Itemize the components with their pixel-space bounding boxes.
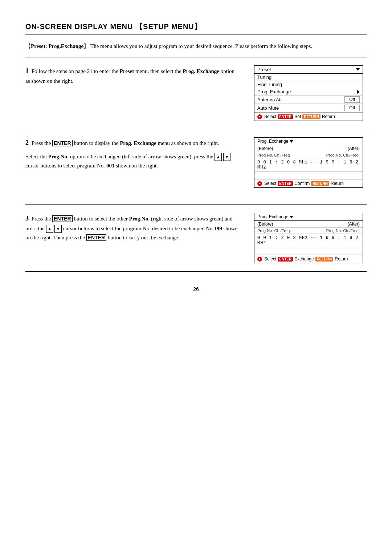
bracket-open: 【: [25, 43, 31, 49]
section-2-ui: Prog. Exchange (Before) (After) Prog.No.…: [254, 137, 367, 188]
prog-footer-select-2: Select: [264, 256, 276, 262]
prog-data-text-2: 0 0 1 : 2 0 8 MHz ←→ 1 9 9 : 1 9 2 MHz: [257, 235, 359, 246]
prog-footer-exchange: Exchange: [294, 256, 314, 262]
s2-t2: button to display the: [73, 140, 120, 146]
menu-item-auto-mute: Auto Mute Off: [254, 104, 363, 112]
section-3-ui: Prog. Exchange (Before) (After) Prog.No.…: [254, 213, 367, 263]
menu-header: Preset: [254, 66, 363, 74]
step-2-number: 2: [25, 139, 29, 146]
s2-t1: Press the: [32, 140, 53, 146]
sub-right-1: Prog.No. Ch./Freq.: [309, 153, 360, 157]
prog-return-btn-2: RETURN: [315, 257, 334, 262]
prog-header-2: Prog. Exchange: [254, 213, 363, 221]
menu-header-label: Preset: [257, 67, 271, 72]
s2-para2: Select the Prog.No. option to be exchang…: [25, 152, 240, 171]
intro-text: The menu allows you to adjust program to…: [89, 43, 312, 49]
section-3-text: 3 Press the ENTER button to select the o…: [25, 213, 243, 243]
section-spacer: [25, 196, 367, 204]
intro-paragraph: 【Preset: Prog.Exchange】 The menu allows …: [25, 42, 367, 50]
preset-menu-box: Preset Tuning Fine Tuning Prog. Exchange…: [254, 65, 363, 121]
prog-exchange-box-2: Prog. Exchange (Before) (After) Prog.No.…: [254, 213, 363, 263]
prog-subheaders-2: Prog.No. Ch./Freq. Prog.No. Ch./Freq.: [254, 228, 363, 234]
prog-exchange-box-1: Prog. Exchange (Before) (After) Prog.No.…: [254, 137, 363, 188]
auto-mute-label: Auto Mute: [257, 105, 344, 111]
s2-para1: 2 Press the ENTER button to display the …: [25, 137, 240, 149]
page-title: ON-SCREEN DISPLAY MENU 【SETUP MENU】: [25, 22, 367, 35]
select-circle-icon-3: ●: [257, 257, 262, 262]
s2-progexchange: Prog. Exchange: [120, 140, 156, 146]
prog-return-btn-1: RETURN: [311, 181, 329, 186]
step-1-number: 1: [25, 67, 29, 74]
s3-199: 199: [214, 226, 222, 231]
prog-footer-return-1: Return: [331, 181, 344, 186]
auto-mute-value: Off: [344, 105, 360, 111]
s1-t2: menu, then select the: [134, 68, 183, 74]
sub-left-1: Prog.No. Ch./Freq.: [257, 153, 309, 157]
prog-header-label-1: Prog. Exchange: [257, 139, 288, 144]
prog-data-text-1: 0 0 1 : 2 0 8 MHz ←→ 1 9 9 : 1 9 2 MHz: [257, 160, 359, 170]
section-2: 2 Press the ENTER button to display the …: [25, 129, 367, 196]
fine-tuning-label: Fine Tuning: [257, 82, 360, 87]
return-button: RETURN: [302, 114, 320, 119]
prog-enter-btn-1: ENTER: [278, 181, 293, 186]
menu-item-fine-tuning: Fine Tuning: [254, 81, 363, 88]
section-3: 3 Press the ENTER button to select the o…: [25, 204, 367, 272]
sub-left-2: Prog.No. Ch./Freq.: [257, 228, 309, 233]
prog-exchange-label: Prog. Exchange: [257, 89, 356, 94]
submenu-arrow-icon: [357, 90, 360, 94]
prog-header-label-2: Prog. Exchange: [257, 214, 288, 219]
after-label: (After): [309, 146, 360, 151]
s2-001: 001: [106, 163, 115, 169]
section-1: 1 Follow the steps on page 21 to enter t…: [25, 57, 367, 129]
spacer-1: [254, 172, 363, 179]
select-circle-icon: ●: [257, 114, 262, 119]
section-2-text: 2 Press the ENTER button to display the …: [25, 137, 243, 171]
s2-t6: cursor buttons to select program No.: [25, 163, 106, 169]
s3-para1: 3 Press the ENTER button to select the o…: [25, 213, 240, 243]
cursor-up-btn-2: ▲: [46, 225, 53, 233]
antenna-att-label: Antenna Att.: [257, 97, 344, 102]
prog-header-1: Prog. Exchange: [254, 138, 363, 145]
prog-footer-2: ● Select ENTER Exchange RETURN Return: [254, 255, 363, 263]
s3-t4: cursor buttons to select the program No.…: [62, 226, 214, 231]
select-circle-icon-2: ●: [257, 181, 262, 186]
tuning-label: Tuning: [257, 74, 360, 80]
prog-dropdown-icon: [290, 140, 293, 143]
section-1-text: 1 Follow the steps on page 21 to enter t…: [25, 65, 243, 86]
s2-progno: Prog.No.: [48, 154, 68, 159]
prog-col-headers-2: (Before) (After): [254, 221, 363, 228]
enter-button: ENTER: [278, 114, 293, 119]
footer-select-label: Select: [264, 114, 276, 119]
menu-item-antenna-att: Antenna Att. Off: [254, 96, 363, 104]
s2-t5: option to be exchanged (left side of arr…: [69, 154, 215, 159]
prog-footer-select-1: Select: [264, 181, 276, 186]
footer-return-label: Return: [322, 114, 335, 119]
prog-footer-confirm: Confirm: [294, 181, 310, 186]
prog-enter-btn-2: ENTER: [278, 257, 293, 262]
prog-footer-return-2: Return: [335, 256, 348, 262]
prog-subheaders-1: Prog.No. Ch./Freq. Prog.No. Ch./Freq.: [254, 152, 363, 158]
footer-set-label: Set: [294, 114, 301, 119]
step-3-number: 3: [25, 215, 29, 222]
prog-footer-1: ● Select ENTER Confirm RETURN Return: [254, 179, 363, 187]
s3-progno: Prog.No.: [129, 216, 150, 222]
s1-preset: Preset: [120, 68, 134, 74]
before-label: (Before): [257, 146, 309, 151]
prog-dropdown-icon-2: [290, 216, 293, 218]
after-label-2: (After): [309, 222, 360, 227]
bracket-close: 】: [83, 43, 89, 49]
s2-t4: Select the: [25, 154, 48, 159]
sub-right-2: Prog.No. Ch./Freq.: [309, 228, 360, 233]
s3-t2: button to select the other: [73, 216, 129, 222]
cursor-up-btn: ▲: [215, 153, 222, 161]
enter-key-inline-3: ENTER: [86, 234, 106, 241]
page-number: 26: [25, 286, 367, 292]
section-1-ui: Preset Tuning Fine Tuning Prog. Exchange…: [254, 65, 367, 121]
intro-bold-label: Preset: Prog.Exchange: [31, 43, 83, 49]
dropdown-arrow-icon: [356, 68, 360, 71]
s3-t1: Press the: [32, 216, 53, 222]
enter-key-inline-1: ENTER: [52, 140, 72, 146]
s1-progexchange: Prog. Exchange: [183, 68, 219, 74]
prog-data-row-1: 0 0 1 : 2 0 8 MHz ←→ 1 9 9 : 1 9 2 MHz: [254, 158, 363, 172]
antenna-att-value: Off: [344, 96, 360, 103]
